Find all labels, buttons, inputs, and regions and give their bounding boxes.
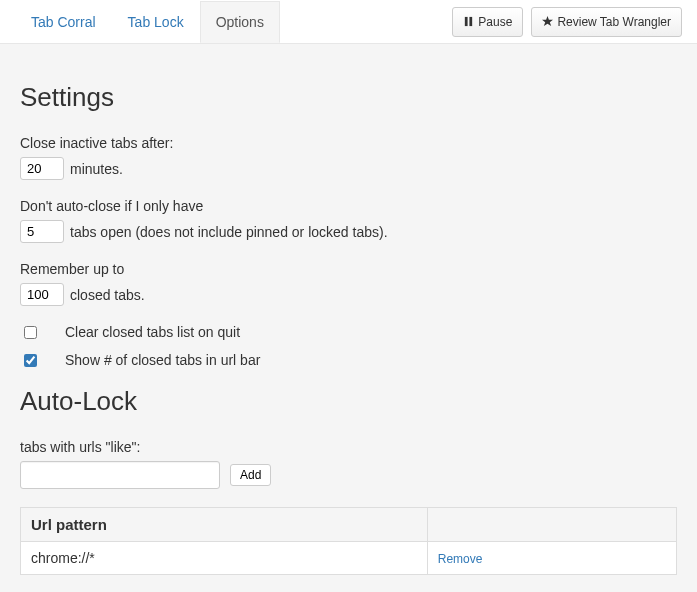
star-icon bbox=[542, 16, 553, 27]
close-after-input[interactable] bbox=[20, 157, 64, 180]
nav-right: Pause Review Tab Wrangler bbox=[452, 7, 682, 37]
clear-on-quit-label: Clear closed tabs list on quit bbox=[65, 324, 240, 340]
close-after-label: Close inactive tabs after: bbox=[20, 135, 677, 151]
min-tabs-label: Don't auto-close if I only have bbox=[20, 198, 677, 214]
show-count-checkbox[interactable] bbox=[24, 354, 37, 367]
content: Settings Close inactive tabs after: minu… bbox=[0, 44, 697, 592]
nav-tabs: Tab Corral Tab Lock Options bbox=[15, 1, 452, 42]
show-count-label: Show # of closed tabs in url bar bbox=[65, 352, 260, 368]
tab-corral[interactable]: Tab Corral bbox=[15, 1, 112, 43]
min-tabs-row: Don't auto-close if I only have tabs ope… bbox=[20, 198, 677, 243]
remember-row: Remember up to closed tabs. bbox=[20, 261, 677, 306]
show-count-row: Show # of closed tabs in url bar bbox=[20, 352, 677, 368]
review-button-label: Review Tab Wrangler bbox=[557, 13, 671, 31]
urls-like-label: tabs with urls "like": bbox=[20, 439, 677, 455]
url-pattern-input[interactable] bbox=[20, 461, 220, 489]
svg-rect-1 bbox=[470, 17, 473, 26]
remove-link[interactable]: Remove bbox=[438, 552, 483, 566]
clear-on-quit-checkbox[interactable] bbox=[24, 326, 37, 339]
close-after-suffix: minutes. bbox=[70, 161, 123, 177]
clear-on-quit-row: Clear closed tabs list on quit bbox=[20, 324, 677, 340]
min-tabs-input[interactable] bbox=[20, 220, 64, 243]
review-button[interactable]: Review Tab Wrangler bbox=[531, 7, 682, 37]
url-pattern-action-header bbox=[427, 508, 676, 542]
svg-marker-2 bbox=[542, 16, 553, 26]
tab-lock[interactable]: Tab Lock bbox=[112, 1, 200, 43]
pause-button[interactable]: Pause bbox=[452, 7, 523, 37]
tab-options[interactable]: Options bbox=[200, 1, 280, 43]
urls-like-row: tabs with urls "like": Add bbox=[20, 439, 677, 489]
add-button[interactable]: Add bbox=[230, 464, 271, 486]
table-row: chrome://* Remove bbox=[21, 542, 677, 575]
settings-heading: Settings bbox=[20, 82, 677, 113]
pause-button-label: Pause bbox=[478, 13, 512, 31]
remember-suffix: closed tabs. bbox=[70, 287, 145, 303]
autolock-heading: Auto-Lock bbox=[20, 386, 677, 417]
remember-input[interactable] bbox=[20, 283, 64, 306]
remember-label: Remember up to bbox=[20, 261, 677, 277]
pattern-cell: chrome://* bbox=[21, 542, 428, 575]
url-pattern-table: Url pattern chrome://* Remove bbox=[20, 507, 677, 575]
top-navbar: Tab Corral Tab Lock Options Pause Review… bbox=[0, 0, 697, 44]
pause-icon bbox=[463, 16, 474, 27]
min-tabs-suffix: tabs open (does not include pinned or lo… bbox=[70, 224, 388, 240]
url-pattern-header: Url pattern bbox=[21, 508, 428, 542]
svg-rect-0 bbox=[465, 17, 468, 26]
close-after-row: Close inactive tabs after: minutes. bbox=[20, 135, 677, 180]
